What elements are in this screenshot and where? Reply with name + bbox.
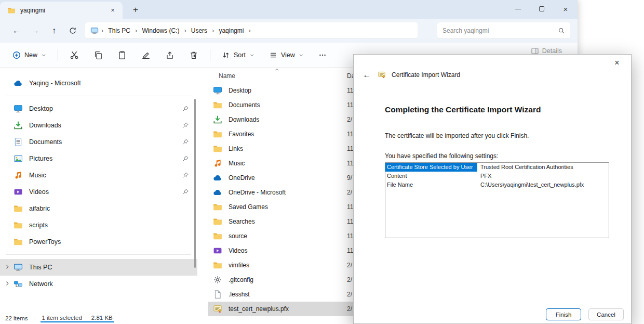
back-button[interactable]: ← bbox=[7, 22, 26, 40]
folder-icon bbox=[213, 129, 222, 139]
setting-key: Certificate Store Selected by User bbox=[385, 163, 477, 172]
file-date: 11 bbox=[347, 247, 353, 254]
document-icon bbox=[14, 137, 23, 147]
desktop-icon bbox=[14, 104, 23, 113]
trash-icon bbox=[189, 50, 198, 60]
search-input[interactable] bbox=[442, 27, 558, 34]
up-button[interactable]: ↑ bbox=[45, 22, 63, 40]
file-date: 2/ bbox=[347, 305, 352, 313]
certificate-icon bbox=[378, 71, 386, 79]
pin-icon bbox=[182, 172, 189, 179]
items-count: 22 items bbox=[5, 315, 34, 321]
file-date: 11 bbox=[347, 131, 353, 138]
chevron-right-icon: › bbox=[246, 27, 253, 34]
breadcrumb-item-windows-c[interactable]: Windows (C:) bbox=[140, 27, 181, 34]
setting-row[interactable]: File NameC:\Users\yaqingmi\test_cert_new… bbox=[385, 180, 609, 189]
file-name: Music bbox=[229, 160, 245, 167]
sidebar-item-aifabric[interactable]: aifabric bbox=[0, 200, 197, 217]
sidebar-item-powertoys[interactable]: PowerToys bbox=[0, 234, 197, 250]
sidebar-item-documents[interactable]: Documents bbox=[0, 134, 197, 150]
finish-button[interactable]: Finish bbox=[546, 308, 581, 320]
setting-value: C:\Users\yaqingmi\test_cert_newplus.pfx bbox=[477, 180, 609, 189]
pin-icon bbox=[182, 122, 189, 129]
rename-button[interactable] bbox=[138, 47, 154, 63]
sidebar-item-label: PowerToys bbox=[29, 238, 61, 245]
forward-button[interactable]: → bbox=[26, 22, 45, 40]
share-button[interactable] bbox=[162, 47, 178, 63]
cloud-icon bbox=[213, 188, 222, 197]
file-name: vimfiles bbox=[229, 262, 249, 269]
chevron-down-icon bbox=[299, 53, 304, 58]
music-icon bbox=[213, 159, 222, 168]
navigation-bar: ← → ↑ › This PC›Windows (C:)›Users›yaqin… bbox=[0, 19, 578, 43]
breadcrumb-item-users[interactable]: Users bbox=[189, 27, 209, 34]
breadcrumb-item-yaqingmi[interactable]: yaqingmi bbox=[217, 27, 246, 34]
sidebar-item-onedrive[interactable]: Yaqing - Microsoft bbox=[0, 75, 197, 92]
file-date: 11 bbox=[347, 145, 353, 152]
more-options-button[interactable] bbox=[315, 48, 330, 62]
sidebar-item-network[interactable]: Network bbox=[0, 276, 197, 292]
tab-close-icon[interactable]: × bbox=[108, 6, 117, 15]
folder-icon bbox=[14, 204, 23, 213]
file-date: 2/ bbox=[347, 276, 352, 283]
onedrive-cloud-icon bbox=[14, 79, 23, 88]
settings-table[interactable]: Certificate Store Selected by UserTruste… bbox=[385, 162, 609, 238]
sidebar-scrollbar[interactable] bbox=[194, 99, 196, 268]
this-pc-icon bbox=[90, 27, 99, 35]
address-bar[interactable]: › This PC›Windows (C:)›Users›yaqingmi› bbox=[85, 22, 418, 39]
new-tab-button[interactable]: + bbox=[128, 2, 143, 18]
maximize-button[interactable] bbox=[530, 0, 554, 18]
scissors-icon bbox=[70, 50, 79, 60]
copy-button[interactable] bbox=[90, 47, 106, 63]
sidebar-item-this-pc[interactable]: This PC bbox=[0, 259, 197, 276]
refresh-button[interactable] bbox=[63, 22, 82, 40]
file-name: OneDrive - Microsoft bbox=[229, 189, 286, 196]
refresh-icon bbox=[69, 27, 77, 35]
dialog-close-button[interactable]: × bbox=[608, 57, 626, 69]
wizard-title: Certificate Import Wizard bbox=[392, 71, 460, 79]
tab-title: yaqingmi bbox=[20, 7, 103, 14]
window-controls: × bbox=[506, 0, 578, 19]
sidebar-item-label: Desktop bbox=[29, 105, 53, 112]
minimize-button[interactable] bbox=[506, 0, 530, 18]
chevron-right-icon: › bbox=[209, 27, 217, 34]
cancel-button[interactable]: Cancel bbox=[588, 308, 624, 320]
view-button[interactable]: View bbox=[266, 48, 307, 62]
pictures-icon bbox=[14, 154, 23, 163]
file-date: 2/ bbox=[347, 116, 352, 123]
search-box[interactable] bbox=[437, 22, 570, 39]
cut-button[interactable] bbox=[66, 47, 82, 63]
folder-icon bbox=[213, 217, 222, 226]
sort-button[interactable]: Sort bbox=[219, 48, 258, 62]
sidebar-item-desktop[interactable]: Desktop bbox=[0, 100, 197, 117]
chevron-down-icon bbox=[41, 53, 46, 58]
sidebar-item-videos[interactable]: Videos bbox=[0, 184, 197, 200]
minimize-icon bbox=[515, 9, 521, 9]
delete-button[interactable] bbox=[186, 47, 202, 63]
column-header-name[interactable]: Name bbox=[219, 72, 235, 80]
download-icon bbox=[213, 115, 222, 124]
chevron-right-icon: › bbox=[99, 27, 106, 34]
sidebar-quick-access: DesktopDownloadsDocumentsPicturesMusicVi… bbox=[0, 100, 197, 250]
sidebar-divider bbox=[6, 96, 191, 96]
view-label: View bbox=[281, 51, 295, 59]
sidebar-item-label: Yaqing - Microsoft bbox=[29, 80, 81, 87]
sidebar-item-downloads[interactable]: Downloads bbox=[0, 117, 197, 134]
close-button[interactable]: × bbox=[554, 0, 578, 18]
explorer-tab[interactable]: yaqingmi × bbox=[0, 2, 123, 19]
setting-value: Trusted Root Certification Authorities bbox=[477, 163, 609, 172]
paste-button[interactable] bbox=[114, 47, 130, 63]
sidebar-item-pictures[interactable]: Pictures bbox=[0, 150, 197, 167]
sidebar-item-label: scripts bbox=[29, 222, 48, 229]
file-name: Videos bbox=[229, 247, 247, 254]
sidebar-item-scripts[interactable]: scripts bbox=[0, 217, 197, 234]
folder-icon bbox=[213, 202, 222, 212]
new-button[interactable]: New bbox=[9, 48, 49, 62]
sidebar-item-music[interactable]: Music bbox=[0, 167, 197, 184]
folder-icon bbox=[213, 144, 222, 153]
setting-row[interactable]: ContentPFX bbox=[385, 172, 609, 180]
wizard-back-button[interactable]: ← bbox=[361, 70, 372, 79]
folder-icon bbox=[14, 237, 23, 247]
setting-row[interactable]: Certificate Store Selected by UserTruste… bbox=[385, 163, 609, 172]
breadcrumb-item-this-pc[interactable]: This PC bbox=[106, 27, 132, 34]
